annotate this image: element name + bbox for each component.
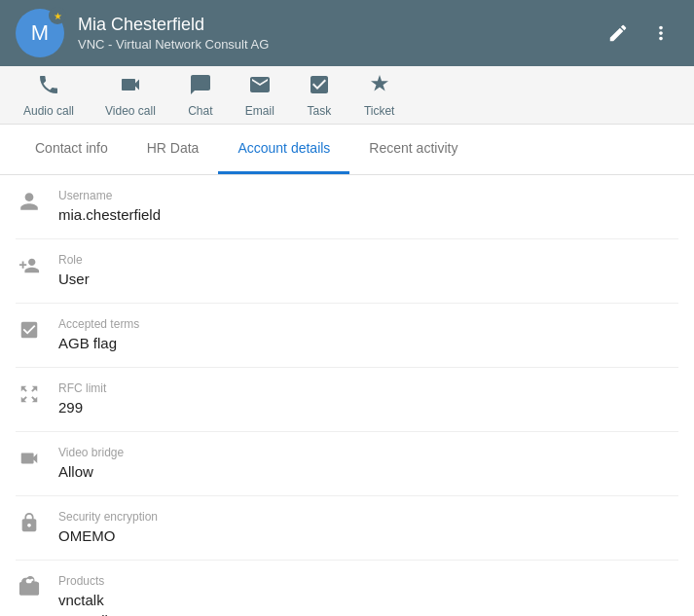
product-vncmail: vncmail [58,610,678,616]
header: M ★ Mia Chesterfield VNC - Virtual Netwo… [0,0,694,66]
video-bridge-field-row: Video bridge Allow [16,432,678,496]
task-label: Task [308,104,332,118]
toolbar-chat[interactable]: Chat [171,65,230,126]
accepted-terms-value: AGB flag [58,333,678,353]
toolbar-task[interactable]: Task [290,65,348,126]
avatar-initial: M [31,20,49,46]
edit-button[interactable] [601,16,636,51]
more-button[interactable] [643,16,678,51]
header-info: Mia Chesterfield VNC - Virtual Network C… [78,15,601,52]
audio-call-label: Audio call [23,104,74,118]
security-encryption-field-row: Security encryption OMEMO [16,496,678,561]
product-vnctalk: vnctalk [58,590,678,610]
tab-contact-info[interactable]: Contact info [16,125,128,174]
tab-hr-data[interactable]: HR Data [128,125,219,174]
accepted-terms-field-row: Accepted terms AGB flag [16,304,678,368]
header-actions [601,16,678,51]
tab-account-details[interactable]: Account details [218,125,349,174]
video-call-label: Video call [105,104,156,118]
accepted-terms-label: Accepted terms [58,317,678,331]
toolbar-ticket[interactable]: Ticket [348,65,411,126]
person-icon [16,189,43,212]
task-icon [308,73,331,102]
checkbox-icon [16,317,43,341]
videocam-icon [119,73,142,102]
security-encryption-label: Security encryption [58,510,678,524]
briefcase-icon [16,574,43,598]
role-label: Role [58,253,678,267]
username-label: Username [58,189,678,202]
role-content: Role User [58,253,678,289]
email-label: Email [245,104,274,118]
username-field-row: Username mia.chesterfield [16,175,678,239]
contact-name: Mia Chesterfield [78,15,601,35]
ticket-label: Ticket [364,104,395,118]
lock-icon [16,510,43,533]
toolbar-email[interactable]: Email [230,65,290,126]
video-bridge-value: Allow [58,461,678,482]
ticket-icon [368,73,391,102]
security-encryption-content: Security encryption OMEMO [58,510,678,546]
rfc-limit-content: RFC limit 299 [58,381,678,417]
expand-icon [16,381,43,405]
video-bridge-label: Video bridge [58,446,678,459]
email-icon [248,73,272,102]
security-encryption-value: OMEMO [58,525,678,546]
username-value: mia.chesterfield [58,204,678,225]
toolbar: Audio call Video call Chat Email Task Ti… [0,66,694,125]
account-details-content: Username mia.chesterfield Role User Acce… [0,175,694,616]
tab-recent-activity[interactable]: Recent activity [349,125,477,174]
more-icon [650,22,672,44]
chat-label: Chat [188,104,212,118]
products-content: Products vnctalk vncmail vnctask vncproj… [58,574,678,616]
chat-icon [189,73,212,102]
edit-icon [607,22,629,44]
avatar-badge: ★ [49,7,66,24]
products-field-row: Products vnctalk vncmail vnctask vncproj… [16,561,678,616]
videocam-field-icon [16,446,43,469]
rfc-limit-field-row: RFC limit 299 [16,368,678,432]
tabs: Contact info HR Data Account details Rec… [0,125,694,175]
rfc-limit-value: 299 [58,397,678,417]
role-value: User [58,269,678,289]
contact-company: VNC - Virtual Network Consult AG [78,37,601,52]
role-field-row: Role User [16,239,678,304]
avatar: M ★ [16,9,64,57]
video-bridge-content: Video bridge Allow [58,446,678,482]
role-icon [16,253,43,276]
rfc-limit-label: RFC limit [58,381,678,395]
phone-icon [37,73,60,102]
toolbar-audio-call[interactable]: Audio call [8,65,90,126]
toolbar-video-call[interactable]: Video call [90,65,171,126]
accepted-terms-content: Accepted terms AGB flag [58,317,678,353]
products-label: Products [58,574,678,588]
username-content: Username mia.chesterfield [58,189,678,225]
products-value: vnctalk vncmail vnctask vncproject vncca… [58,590,678,616]
